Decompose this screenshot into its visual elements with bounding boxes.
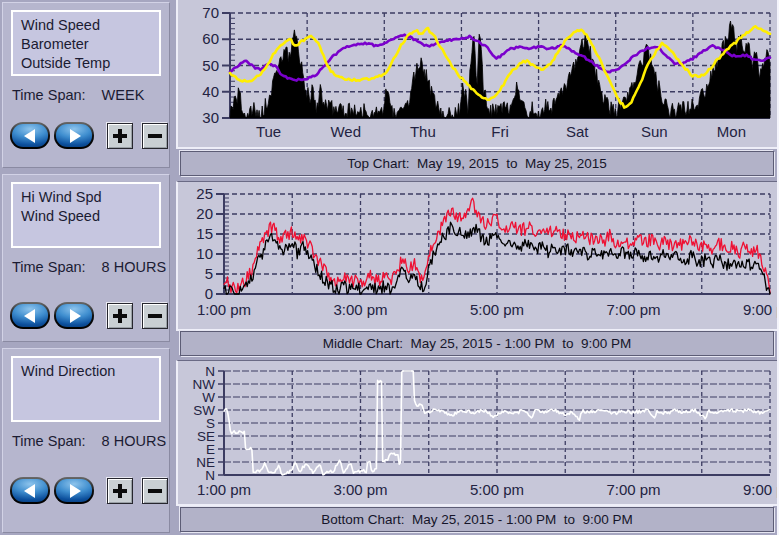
svg-text:NW: NW — [193, 377, 216, 392]
bottom-chart-legend-box[interactable]: Wind Direction — [11, 356, 161, 422]
middle-chart-caption: Middle Chart: May 25, 2015 - 1:00 PM to … — [180, 331, 774, 356]
svg-text:60: 60 — [202, 30, 219, 47]
bottom-chart-caption: Bottom Chart: May 25, 2015 - 1:00 PM to … — [180, 507, 774, 532]
top-chart-canvas[interactable]: 3040506070TueWedThuFriSatSunMon — [176, 0, 779, 149]
svg-text:7:00 pm: 7:00 pm — [606, 481, 660, 498]
time-span-label: Time Span: — [12, 259, 86, 275]
bottom-chart-canvas[interactable]: NNEESESSWWNWN1:00 pm3:00 pm5:00 pm7:00 p… — [176, 360, 779, 506]
top-chart-controls — [10, 122, 168, 149]
minus-icon — [148, 134, 162, 138]
svg-text:Mon: Mon — [717, 123, 746, 140]
svg-text:7:00 pm: 7:00 pm — [606, 301, 660, 318]
svg-text:Wed: Wed — [330, 123, 361, 140]
svg-text:0: 0 — [205, 285, 213, 302]
zoom-out-button[interactable] — [142, 478, 168, 504]
svg-text:S: S — [206, 416, 215, 431]
scroll-forward-button[interactable] — [54, 302, 94, 329]
minus-icon — [148, 314, 162, 318]
time-span-row: Time Span:WEEK — [12, 87, 144, 103]
legend-item: Hi Wind Spd — [21, 188, 151, 207]
svg-text:9:00 pm: 9:00 pm — [743, 481, 779, 498]
time-span-row: Time Span:8 HOURS — [12, 259, 166, 275]
time-span-label: Time Span: — [12, 87, 86, 103]
svg-text:1:00 pm: 1:00 pm — [197, 481, 251, 498]
svg-text:30: 30 — [202, 109, 219, 126]
middle-chart-canvas[interactable]: 05101520251:00 pm3:00 pm5:00 pm7:00 pm9:… — [176, 181, 779, 331]
legend-item: Wind Speed — [21, 207, 151, 226]
svg-text:Fri: Fri — [491, 123, 509, 140]
top-chart-caption: Top Chart: May 19, 2015 to May 25, 2015 — [180, 151, 774, 176]
scroll-forward-button[interactable] — [54, 477, 94, 504]
svg-text:25: 25 — [196, 185, 213, 202]
svg-text:Tue: Tue — [256, 123, 281, 140]
right-arrow-icon — [56, 479, 92, 502]
scroll-back-button[interactable] — [10, 122, 50, 149]
zoom-in-button[interactable] — [107, 478, 133, 504]
svg-text:1:00 pm: 1:00 pm — [197, 301, 251, 318]
bottom-chart-controls — [10, 477, 168, 504]
top-chart-control-section: Wind SpeedBarometerOutside Temp Time Spa… — [2, 2, 170, 168]
svg-text:50: 50 — [202, 57, 219, 74]
svg-text:W: W — [202, 390, 215, 405]
zoom-in-button[interactable] — [107, 123, 133, 149]
legend-item: Barometer — [21, 35, 151, 54]
svg-text:10: 10 — [196, 245, 213, 262]
scroll-forward-button[interactable] — [54, 122, 94, 149]
bottom-chart-control-section: Wind Direction Time Span:8 HOURS — [2, 348, 170, 533]
svg-text:15: 15 — [196, 225, 213, 242]
right-arrow-icon — [56, 304, 92, 327]
middle-chart-legend-box[interactable]: Hi Wind SpdWind Speed — [11, 182, 161, 248]
svg-text:40: 40 — [202, 83, 219, 100]
legend-item: Outside Temp — [21, 54, 151, 73]
svg-text:3:00 pm: 3:00 pm — [333, 481, 387, 498]
svg-text:N: N — [205, 364, 215, 379]
middle-chart-controls — [10, 302, 168, 329]
left-arrow-icon — [12, 304, 48, 327]
left-arrow-icon — [12, 124, 48, 147]
right-arrow-icon — [56, 124, 92, 147]
svg-text:Thu: Thu — [410, 123, 436, 140]
time-span-label: Time Span: — [12, 433, 86, 449]
time-span-value: WEEK — [102, 87, 145, 103]
svg-text:Sat: Sat — [566, 123, 589, 140]
legend-item: Wind Speed — [21, 16, 151, 35]
svg-text:5:00 pm: 5:00 pm — [470, 481, 524, 498]
left-arrow-icon — [12, 479, 48, 502]
time-span-value: 8 HOURS — [102, 259, 166, 275]
top-chart-legend-box[interactable]: Wind SpeedBarometerOutside Temp — [11, 10, 161, 76]
legend-item: Wind Direction — [21, 362, 151, 381]
svg-text:E: E — [206, 442, 215, 457]
zoom-out-button[interactable] — [142, 303, 168, 329]
middle-chart-control-section: Hi Wind SpdWind Speed Time Span:8 HOURS — [2, 174, 170, 342]
zoom-in-button[interactable] — [107, 303, 133, 329]
scroll-back-button[interactable] — [10, 477, 50, 504]
svg-text:5:00 pm: 5:00 pm — [470, 301, 524, 318]
svg-text:20: 20 — [196, 205, 213, 222]
svg-text:5: 5 — [205, 265, 213, 282]
svg-text:SW: SW — [193, 403, 215, 418]
svg-text:9:00 pm: 9:00 pm — [743, 301, 779, 318]
svg-text:3:00 pm: 3:00 pm — [333, 301, 387, 318]
svg-text:SE: SE — [197, 429, 215, 444]
minus-icon — [148, 489, 162, 493]
zoom-out-button[interactable] — [142, 123, 168, 149]
svg-text:Sun: Sun — [641, 123, 668, 140]
svg-text:70: 70 — [202, 4, 219, 21]
time-span-row: Time Span:8 HOURS — [12, 433, 166, 449]
svg-text:NE: NE — [196, 455, 215, 470]
time-span-value: 8 HOURS — [102, 433, 166, 449]
scroll-back-button[interactable] — [10, 302, 50, 329]
